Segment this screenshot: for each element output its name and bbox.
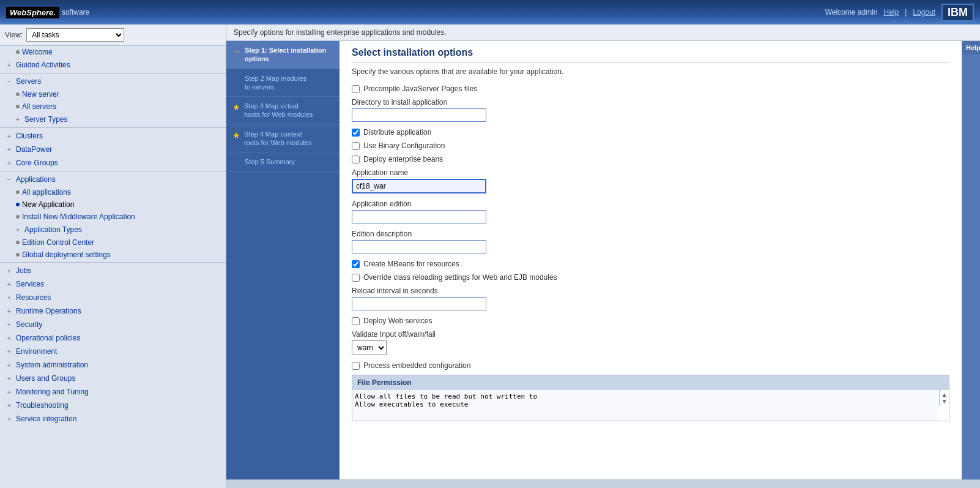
sidebar-item-application-types[interactable]: + Application Types [0,223,226,236]
precompile-checkbox[interactable] [352,85,360,93]
sidebar-item-new-server[interactable]: New server [0,88,226,100]
directory-row: Directory to install application [352,98,949,122]
header-right: Welcome admin Help | Logout IBM [825,4,974,21]
expand-icon: + [5,160,13,167]
bullet-icon [16,50,20,54]
view-row: View: All tasks [0,24,226,46]
divider [0,127,226,128]
step2-item[interactable]: Step 2 Map modulesto servers [226,69,340,97]
sidebar-item-jobs[interactable]: + Jobs [0,264,226,277]
sidebar-item-troubleshooting[interactable]: + Troubleshooting [0,399,226,412]
distribute-label: Distribute application [363,128,431,137]
step2-text: Step 2 Map modulesto servers [245,74,306,92]
deploy-web-row: Deploy Web services [352,317,949,325]
breadcrumb-bar: Specify options for installing enterpris… [226,24,980,41]
step-star-icon: ★ [232,130,240,140]
file-permission-section: File Permission ▲ ▼ [352,375,949,421]
sidebar-item-new-application[interactable]: New Application [0,198,226,211]
deploy-beans-checkbox[interactable] [352,156,360,163]
override-class-label: Override class reloading settings for We… [363,273,557,282]
expand-icon: − [5,78,13,85]
expand-icon: + [5,133,13,140]
sidebar-item-all-applications[interactable]: All applications [0,186,226,198]
expand-icon: + [5,295,13,301]
step5-item[interactable]: Step 5 Summary [226,152,340,171]
step2-link[interactable]: Step 2 Map modulesto servers [245,75,306,91]
use-binary-label: Use Binary Configuration [363,141,445,150]
help-tab[interactable]: Help [962,41,980,54]
install-layout: → Step 1: Select installation options St… [226,41,980,479]
sidebar-item-install-middleware[interactable]: Install New Middleware Application [0,211,226,223]
deploy-web-label: Deploy Web services [363,317,432,325]
expand-icon: + [5,402,13,409]
app-edition-input[interactable] [352,210,486,223]
edition-desc-input[interactable] [352,240,486,253]
expand-icon: + [5,146,13,153]
sidebar-item-edition-control[interactable]: Edition Control Center [0,236,226,249]
expand-icon: + [13,116,22,123]
sidebar-item-all-servers[interactable]: All servers [0,100,226,113]
sidebar-item-global-deployment[interactable]: Global deployment settings [0,249,226,261]
help-link[interactable]: Help [883,8,899,17]
sidebar-item-service-integration[interactable]: + Service integration [0,412,226,426]
step4-item[interactable]: ★ Step 4 Map contextroots for Web module… [226,125,340,153]
sidebar-item-users-groups[interactable]: + Users and Groups [0,372,226,385]
override-class-checkbox[interactable] [352,274,360,282]
sidebar-item-security[interactable]: + Security [0,318,226,331]
expand-icon: + [5,268,13,274]
bottom-bar[interactable] [226,479,980,488]
sidebar-item-environment[interactable]: + Environment [0,345,226,358]
sidebar-item-core-groups[interactable]: + Core Groups [0,156,226,170]
step1-item[interactable]: → Step 1: Select installation options [226,41,340,69]
expand-icon: + [5,416,13,422]
override-class-row: Override class reloading settings for We… [352,273,949,282]
step-star-icon: ★ [232,102,240,112]
sidebar-item-runtime-operations[interactable]: + Runtime Operations [0,304,226,318]
bullet-icon [16,105,20,108]
sidebar-item-clusters[interactable]: + Clusters [0,129,226,143]
validate-select[interactable]: off warn fail [352,340,387,355]
step1-text: Step 1: Select installation options [245,46,333,64]
sidebar-item-server-types[interactable]: + Server Types [0,113,226,126]
step5-link[interactable]: Step 5 Summary [245,158,295,165]
sidebar-item-resources[interactable]: + Resources [0,291,226,304]
bullet-icon [16,215,20,219]
sidebar-item-welcome[interactable]: Welcome [0,46,226,58]
file-permission-textarea[interactable] [352,390,939,421]
directory-input[interactable] [352,108,486,122]
app-name-input[interactable] [352,179,486,193]
sidebar-item-guided-activities[interactable]: + Guided Activities [0,58,226,72]
steps-panel: → Step 1: Select installation options St… [226,41,340,479]
step3-link[interactable]: Step 3 Map virtualhosts for Web modules [244,102,313,118]
websphere-logo: WebSphere. [6,7,59,18]
sidebar-item-system-admin[interactable]: + System administration [0,358,226,372]
file-permission-header: File Permission [352,375,949,390]
use-binary-checkbox[interactable] [352,142,360,150]
process-embedded-checkbox[interactable] [352,362,360,370]
form-subtitle: Specify the various options that are ava… [352,67,949,76]
sidebar-item-monitoring-tuning[interactable]: + Monitoring and Tuning [0,385,226,399]
sidebar-item-services[interactable]: + Services [0,277,226,291]
step3-item[interactable]: ★ Step 3 Map virtualhosts for Web module… [226,97,340,125]
view-label: View: [5,31,23,39]
create-mbeans-checkbox[interactable] [352,260,360,268]
sidebar-item-datapower[interactable]: + DataPower [0,143,226,156]
expand-icon: + [5,389,13,396]
expand-icon: + [5,362,13,369]
sidebar-item-servers[interactable]: − Servers [0,75,226,88]
distribute-checkbox[interactable] [352,129,360,137]
header-separator: | [905,8,907,17]
use-binary-row: Use Binary Configuration [352,141,949,150]
bullet-icon [16,203,20,206]
expand-icon: − [5,176,13,183]
step4-link[interactable]: Step 4 Map contextroots for Web modules [244,130,311,146]
sidebar-item-operational-policies[interactable]: + Operational policies [0,331,226,345]
directory-label: Directory to install application [352,98,949,107]
process-embedded-row: Process embedded configuration [352,361,949,370]
deploy-beans-label: Deploy enterprise beans [363,155,443,163]
sidebar-item-applications[interactable]: − Applications [0,173,226,186]
reload-interval-input[interactable] [352,297,486,310]
view-select[interactable]: All tasks [26,28,124,42]
logout-link[interactable]: Logout [913,8,935,17]
deploy-web-checkbox[interactable] [352,317,360,325]
